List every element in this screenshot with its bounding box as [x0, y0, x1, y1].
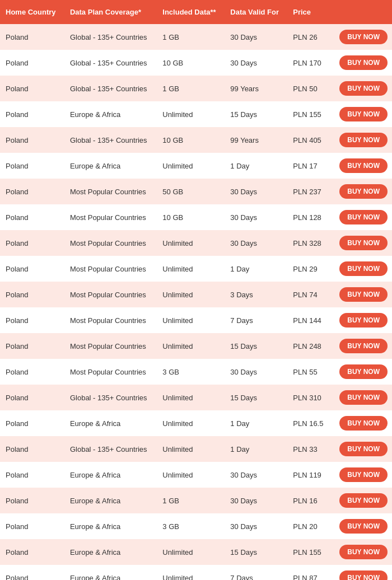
buy-now-button[interactable]: BUY NOW [339, 107, 388, 121]
cell-home-country: Poland [0, 488, 64, 513]
cell-price: PLN 155 [287, 539, 331, 565]
cell-coverage: Most Popular Countries [64, 359, 157, 385]
cell-included-data: Unlimited [157, 230, 225, 256]
cell-price: PLN 17 [287, 153, 331, 179]
cell-price: PLN 16.5 [287, 410, 331, 436]
cell-home-country: Poland [0, 282, 64, 307]
buy-now-button[interactable]: BUY NOW [339, 236, 388, 250]
cell-buy-button: BUY NOW [331, 513, 392, 539]
cell-coverage: Global - 135+ Countries [64, 50, 157, 76]
cell-coverage: Most Popular Countries [64, 282, 157, 307]
cell-included-data: Unlimited [157, 333, 225, 359]
buy-now-button[interactable]: BUY NOW [339, 442, 388, 456]
buy-now-button[interactable]: BUY NOW [339, 313, 388, 328]
table-row: PolandMost Popular CountriesUnlimited1 D… [0, 256, 392, 282]
cell-coverage: Most Popular Countries [64, 179, 157, 204]
cell-coverage: Most Popular Countries [64, 307, 157, 333]
cell-valid-for: 1 Day [225, 436, 287, 462]
cell-price: PLN 128 [287, 204, 331, 230]
cell-price: PLN 248 [287, 333, 331, 359]
header-price: Price [287, 0, 331, 24]
cell-buy-button: BUY NOW [331, 539, 392, 565]
cell-price: PLN 50 [287, 76, 331, 101]
buy-now-button[interactable]: BUY NOW [339, 416, 388, 431]
cell-included-data: Unlimited [157, 101, 225, 127]
table-row: PolandEurope & AfricaUnlimited15 DaysPLN… [0, 101, 392, 127]
cell-price: PLN 20 [287, 513, 331, 539]
cell-buy-button: BUY NOW [331, 385, 392, 410]
buy-now-button[interactable]: BUY NOW [339, 210, 388, 224]
cell-included-data: Unlimited [157, 462, 225, 488]
cell-included-data: Unlimited [157, 307, 225, 333]
cell-home-country: Poland [0, 230, 64, 256]
cell-valid-for: 3 Days [225, 282, 287, 307]
cell-price: PLN 237 [287, 179, 331, 204]
table-row: PolandEurope & Africa3 GB30 DaysPLN 20BU… [0, 513, 392, 539]
buy-now-button[interactable]: BUY NOW [339, 390, 388, 405]
cell-valid-for: 30 Days [225, 230, 287, 256]
table-row: PolandEurope & AfricaUnlimited1 DayPLN 1… [0, 153, 392, 179]
cell-included-data: 10 GB [157, 127, 225, 153]
buy-now-button[interactable]: BUY NOW [339, 158, 388, 173]
cell-price: PLN 170 [287, 50, 331, 76]
cell-included-data: Unlimited [157, 539, 225, 565]
cell-valid-for: 1 Day [225, 410, 287, 436]
cell-home-country: Poland [0, 101, 64, 127]
cell-home-country: Poland [0, 204, 64, 230]
buy-now-button[interactable]: BUY NOW [339, 545, 388, 559]
cell-price: PLN 16 [287, 488, 331, 513]
cell-valid-for: 30 Days [225, 462, 287, 488]
buy-now-button[interactable]: BUY NOW [339, 467, 388, 482]
table-row: PolandGlobal - 135+ CountriesUnlimited1 … [0, 436, 392, 462]
cell-coverage: Most Popular Countries [64, 256, 157, 282]
buy-now-button[interactable]: BUY NOW [339, 81, 388, 96]
cell-included-data: Unlimited [157, 410, 225, 436]
cell-home-country: Poland [0, 50, 64, 76]
cell-price: PLN 87 [287, 565, 331, 580]
buy-now-button[interactable]: BUY NOW [339, 133, 388, 147]
buy-now-button[interactable]: BUY NOW [339, 519, 388, 534]
cell-included-data: Unlimited [157, 153, 225, 179]
table-header-row: Home Country Data Plan Coverage* Include… [0, 0, 392, 24]
buy-now-button[interactable]: BUY NOW [339, 570, 388, 580]
buy-now-button[interactable]: BUY NOW [339, 287, 388, 302]
cell-buy-button: BUY NOW [331, 256, 392, 282]
cell-coverage: Global - 135+ Countries [64, 436, 157, 462]
cell-buy-button: BUY NOW [331, 359, 392, 385]
cell-price: PLN 155 [287, 101, 331, 127]
cell-valid-for: 1 Day [225, 256, 287, 282]
cell-home-country: Poland [0, 179, 64, 204]
cell-coverage: Most Popular Countries [64, 333, 157, 359]
cell-valid-for: 30 Days [225, 488, 287, 513]
cell-buy-button: BUY NOW [331, 282, 392, 307]
cell-price: PLN 328 [287, 230, 331, 256]
cell-coverage: Europe & Africa [64, 539, 157, 565]
table-row: PolandMost Popular CountriesUnlimited7 D… [0, 307, 392, 333]
buy-now-button[interactable]: BUY NOW [339, 364, 388, 379]
cell-coverage: Europe & Africa [64, 101, 157, 127]
table-row: PolandEurope & AfricaUnlimited1 DayPLN 1… [0, 410, 392, 436]
buy-now-button[interactable]: BUY NOW [339, 261, 388, 276]
table-row: PolandMost Popular Countries50 GB30 Days… [0, 179, 392, 204]
cell-price: PLN 405 [287, 127, 331, 153]
cell-buy-button: BUY NOW [331, 50, 392, 76]
table-row: PolandMost Popular Countries10 GB30 Days… [0, 204, 392, 230]
cell-coverage: Global - 135+ Countries [64, 24, 157, 50]
buy-now-button[interactable]: BUY NOW [339, 55, 388, 70]
cell-included-data: Unlimited [157, 256, 225, 282]
table-row: PolandMost Popular CountriesUnlimited3 D… [0, 282, 392, 307]
table-row: PolandEurope & AfricaUnlimited7 DaysPLN … [0, 565, 392, 580]
buy-now-button[interactable]: BUY NOW [339, 184, 388, 199]
cell-valid-for: 15 Days [225, 385, 287, 410]
cell-price: PLN 55 [287, 359, 331, 385]
cell-valid-for: 30 Days [225, 204, 287, 230]
cell-coverage: Most Popular Countries [64, 204, 157, 230]
cell-included-data: 1 GB [157, 76, 225, 101]
buy-now-button[interactable]: BUY NOW [339, 30, 388, 44]
buy-now-button[interactable]: BUY NOW [339, 493, 388, 508]
cell-home-country: Poland [0, 153, 64, 179]
cell-valid-for: 15 Days [225, 333, 287, 359]
buy-now-button[interactable]: BUY NOW [339, 339, 388, 353]
cell-home-country: Poland [0, 76, 64, 101]
cell-valid-for: 30 Days [225, 513, 287, 539]
